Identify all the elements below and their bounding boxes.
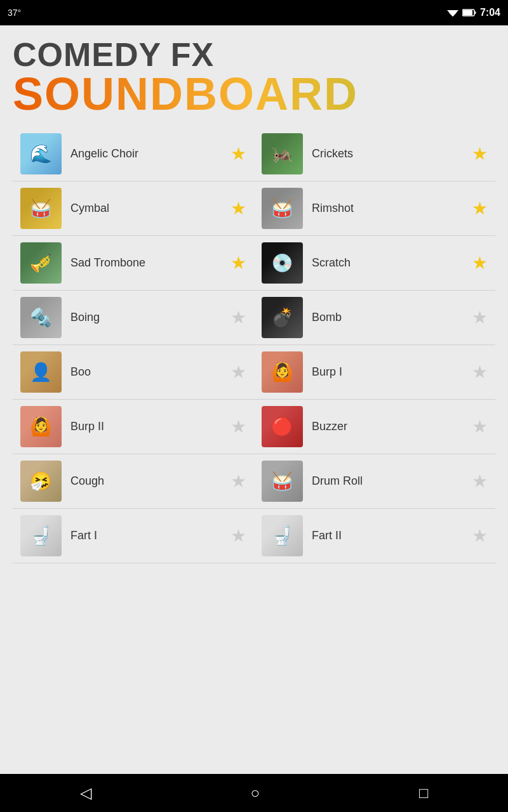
sound-name-bomb: Bomb <box>312 311 472 324</box>
thumbnail-scratch: 💿 <box>262 242 303 284</box>
star-boo[interactable]: ★ <box>231 362 246 383</box>
status-icons: 7:04 <box>447 7 500 18</box>
sound-name-boo: Boo <box>70 365 231 379</box>
sound-name-fart-1: Fart I <box>70 529 231 542</box>
svg-marker-1 <box>449 13 457 16</box>
app-title: COMEDY FX <box>13 38 495 71</box>
app-header: COMEDY FX SOUNDBOARD <box>13 38 495 117</box>
sound-item-buzzer[interactable]: 🔴Buzzer★ <box>254 400 495 454</box>
sound-name-crickets: Crickets <box>312 147 472 160</box>
sound-name-boing: Boing <box>70 311 231 324</box>
sound-name-fart-2: Fart II <box>312 529 472 542</box>
sound-item-fart-1[interactable]: 🚽Fart I★ <box>13 509 254 563</box>
sound-name-cough: Cough <box>70 475 231 488</box>
star-fart-2[interactable]: ★ <box>472 525 488 546</box>
sound-name-cymbal: Cymbal <box>70 202 231 215</box>
star-boing[interactable]: ★ <box>231 307 246 328</box>
main-content: COMEDY FX SOUNDBOARD 🌊Angelic Choir★🦗Cri… <box>0 25 508 774</box>
temperature-label: 37° <box>8 8 21 18</box>
star-sad-trombone[interactable]: ★ <box>231 252 246 273</box>
sound-item-burp-2[interactable]: 🙆Burp II★ <box>13 400 254 454</box>
sound-item-crickets[interactable]: 🦗Crickets★ <box>254 127 495 181</box>
star-scratch[interactable]: ★ <box>472 252 488 273</box>
thumbnail-sad-trombone: 🎺 <box>20 242 62 284</box>
sound-item-scratch[interactable]: 💿Scratch★ <box>254 236 495 291</box>
sound-name-angelic-choir: Angelic Choir <box>70 147 231 160</box>
thumbnail-boo: 👤 <box>20 351 62 393</box>
star-burp-1[interactable]: ★ <box>472 362 488 383</box>
sound-name-sad-trombone: Sad Trombone <box>70 256 231 270</box>
thumbnail-burp-1: 🙆 <box>262 351 303 393</box>
sound-name-drum-roll: Drum Roll <box>312 475 472 488</box>
app-subtitle: SOUNDBOARD <box>13 71 495 117</box>
star-bomb[interactable]: ★ <box>472 307 488 328</box>
star-drum-roll[interactable]: ★ <box>472 471 488 492</box>
sound-grid: 🌊Angelic Choir★🦗Crickets★🥁Cymbal★🥁Rimsho… <box>13 127 495 563</box>
sound-item-boing[interactable]: 🔩Boing★ <box>13 291 254 345</box>
star-crickets[interactable]: ★ <box>472 143 488 164</box>
status-bar: 37° 7:04 <box>0 0 508 25</box>
star-cymbal[interactable]: ★ <box>231 198 246 219</box>
sound-item-cough[interactable]: 🤧Cough★ <box>13 454 254 509</box>
sound-item-burp-1[interactable]: 🙆Burp I★ <box>254 345 495 400</box>
thumbnail-boing: 🔩 <box>20 297 62 338</box>
thumbnail-crickets: 🦗 <box>262 133 303 174</box>
thumbnail-cough: 🤧 <box>20 461 62 502</box>
thumbnail-rimshot: 🥁 <box>262 188 303 229</box>
recent-button[interactable]: □ <box>419 784 429 802</box>
sound-item-drum-roll[interactable]: 🥁Drum Roll★ <box>254 454 495 509</box>
thumbnail-angelic-choir: 🌊 <box>20 133 62 174</box>
sound-name-burp-2: Burp II <box>70 420 231 433</box>
sound-name-rimshot: Rimshot <box>312 202 472 215</box>
sound-name-burp-1: Burp I <box>312 365 472 379</box>
nav-bar: ◁ ○ □ <box>0 774 508 812</box>
star-fart-1[interactable]: ★ <box>231 525 246 546</box>
sound-item-rimshot[interactable]: 🥁Rimshot★ <box>254 181 495 236</box>
svg-rect-4 <box>474 11 476 14</box>
thumbnail-burp-2: 🙆 <box>20 406 62 447</box>
svg-rect-3 <box>463 10 472 15</box>
sound-item-boo[interactable]: 👤Boo★ <box>13 345 254 400</box>
sound-item-sad-trombone[interactable]: 🎺Sad Trombone★ <box>13 236 254 291</box>
home-button[interactable]: ○ <box>251 784 260 802</box>
sound-name-scratch: Scratch <box>312 256 472 270</box>
thumbnail-buzzer: 🔴 <box>262 406 303 447</box>
star-buzzer[interactable]: ★ <box>472 416 488 437</box>
back-button[interactable]: ◁ <box>80 784 91 802</box>
thumbnail-fart-1: 🚽 <box>20 515 62 556</box>
star-cough[interactable]: ★ <box>231 471 246 492</box>
time-label: 7:04 <box>480 7 500 18</box>
wifi-icon <box>447 8 458 17</box>
sound-item-bomb[interactable]: 💣Bomb★ <box>254 291 495 345</box>
thumbnail-bomb: 💣 <box>262 297 303 338</box>
star-burp-2[interactable]: ★ <box>231 416 246 437</box>
sound-item-cymbal[interactable]: 🥁Cymbal★ <box>13 181 254 236</box>
sound-item-fart-2[interactable]: 🚽Fart II★ <box>254 509 495 563</box>
sound-item-angelic-choir[interactable]: 🌊Angelic Choir★ <box>13 127 254 181</box>
star-rimshot[interactable]: ★ <box>472 198 488 219</box>
star-angelic-choir[interactable]: ★ <box>231 143 246 164</box>
sound-name-buzzer: Buzzer <box>312 420 472 433</box>
thumbnail-fart-2: 🚽 <box>262 515 303 556</box>
thumbnail-cymbal: 🥁 <box>20 188 62 229</box>
battery-icon <box>462 9 476 16</box>
thumbnail-drum-roll: 🥁 <box>262 461 303 502</box>
